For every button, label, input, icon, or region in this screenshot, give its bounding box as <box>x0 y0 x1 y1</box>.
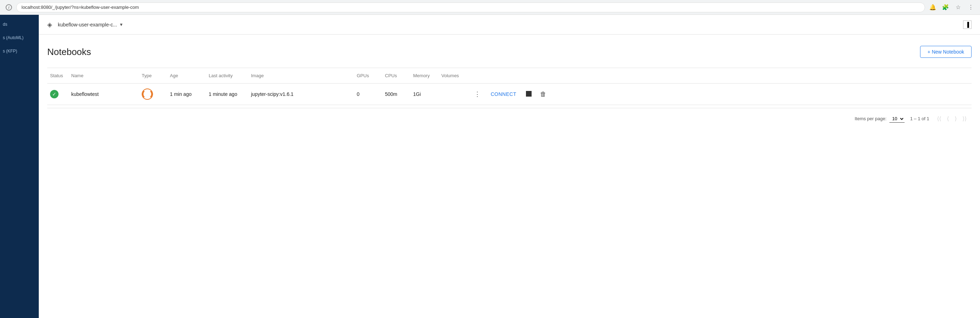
col-type: Type <box>139 72 167 80</box>
col-gpus: GPUs <box>354 72 382 80</box>
top-bar: ◈ kubeflow-user-example-c... ▼ ▐ <box>39 15 980 35</box>
cell-connect[interactable]: CONNECT <box>488 90 523 99</box>
cell-age: 1 min ago <box>167 90 206 99</box>
cell-memory: 1Gi <box>410 90 439 99</box>
col-volumes: Volumes <box>439 72 467 80</box>
app-container: ds s (AutoML) s (KFP) ◈ kubeflow-user-ex… <box>0 15 980 318</box>
notebooks-table: Status Name Type Age Last activity Image… <box>47 68 972 105</box>
url-bar[interactable]: localhost:8080/_/jupyter/?ns=kubeflow-us… <box>16 2 925 12</box>
namespace-label: kubeflow-user-example-c... <box>58 22 117 27</box>
cell-image: jupyter-scipy:v1.6.1 <box>248 90 354 99</box>
favorites-icon[interactable]: ☆ <box>955 4 962 11</box>
col-stop <box>523 72 537 80</box>
page-content: Notebooks + New Notebook Status Name Typ… <box>39 35 980 318</box>
col-image: Image <box>248 72 354 80</box>
cell-more-menu[interactable]: ⋮ <box>467 89 488 99</box>
new-notebook-button[interactable]: + New Notebook <box>920 46 972 58</box>
more-options-icon[interactable]: ⋮ <box>469 90 485 98</box>
page-info: 1 – 1 of 1 <box>910 116 929 121</box>
pagination-controls: ⟨⟨ ⟨ ⟩ ⟩⟩ <box>935 114 969 123</box>
pagination-bar: Items per page: 10 25 50 1 – 1 of 1 ⟨⟨ ⟨… <box>47 108 972 129</box>
col-more <box>467 72 488 80</box>
browser-bar: i localhost:8080/_/jupyter/?ns=kubeflow-… <box>0 0 980 15</box>
cell-last-activity: 1 minute ago <box>206 90 248 99</box>
info-icon: i <box>6 4 12 11</box>
col-name: Name <box>68 72 139 80</box>
col-status: Status <box>47 72 68 80</box>
col-last-activity: Last activity <box>206 72 248 80</box>
cell-volumes <box>439 93 467 95</box>
extensions-icon[interactable]: 🧩 <box>942 4 949 11</box>
menu-icon[interactable]: ⋮ <box>967 4 974 11</box>
new-notebook-label: + New Notebook <box>928 49 964 55</box>
col-memory: Memory <box>410 72 439 80</box>
sidebar-item-kfp[interactable]: s (KFP) <box>0 45 39 58</box>
top-bar-right: ▐ <box>963 21 972 29</box>
cell-cpus: 500m <box>382 90 410 99</box>
cell-gpus: 0 <box>354 90 382 99</box>
chevron-down-icon: ▼ <box>119 22 123 27</box>
alert-icon[interactable]: 🔔 <box>929 4 936 11</box>
main-content: ◈ kubeflow-user-example-c... ▼ ▐ Noteboo… <box>39 15 980 318</box>
sidebar-item-automl[interactable]: s (AutoML) <box>0 31 39 45</box>
namespace-selector[interactable]: kubeflow-user-example-c... ▼ <box>58 22 123 27</box>
page-title: Notebooks <box>47 46 91 57</box>
col-connect <box>488 72 523 80</box>
col-cpus: CPUs <box>382 72 410 80</box>
jupyter-type-icon <box>142 89 153 100</box>
connect-button[interactable]: CONNECT <box>491 91 516 97</box>
cell-name: kubeflowtest <box>68 90 139 99</box>
cell-delete[interactable]: 🗑 <box>537 89 551 99</box>
sidebar-toggle-button[interactable]: ▐ <box>963 21 972 29</box>
cell-stop[interactable] <box>523 89 537 99</box>
first-page-button[interactable]: ⟨⟨ <box>935 114 943 123</box>
sidebar-item-ds[interactable]: ds <box>0 17 39 31</box>
items-per-page-label: Items per page: <box>854 116 886 121</box>
cell-status: ✓ <box>47 89 68 100</box>
per-page-select[interactable]: 10 25 50 <box>889 115 905 123</box>
prev-page-button[interactable]: ⟨ <box>945 114 951 123</box>
status-running-icon: ✓ <box>50 90 59 99</box>
items-per-page: Items per page: 10 25 50 <box>854 115 904 123</box>
stop-button[interactable] <box>526 91 531 97</box>
next-page-button[interactable]: ⟩ <box>953 114 959 123</box>
table-header: Status Name Type Age Last activity Image… <box>47 68 972 84</box>
browser-icons: 🔔 🧩 ☆ ⋮ <box>929 4 974 11</box>
delete-button[interactable]: 🗑 <box>540 91 546 98</box>
page-header: Notebooks + New Notebook <box>47 46 972 58</box>
col-age: Age <box>167 72 206 80</box>
col-delete <box>537 72 551 80</box>
namespace-icon: ◈ <box>47 21 55 29</box>
last-page-button[interactable]: ⟩⟩ <box>960 114 969 123</box>
sidebar: ds s (AutoML) s (KFP) <box>0 15 39 318</box>
cell-type <box>139 87 167 101</box>
table-row: ✓ kubeflowtest 1 min ago 1 minute ago ju… <box>47 84 972 105</box>
